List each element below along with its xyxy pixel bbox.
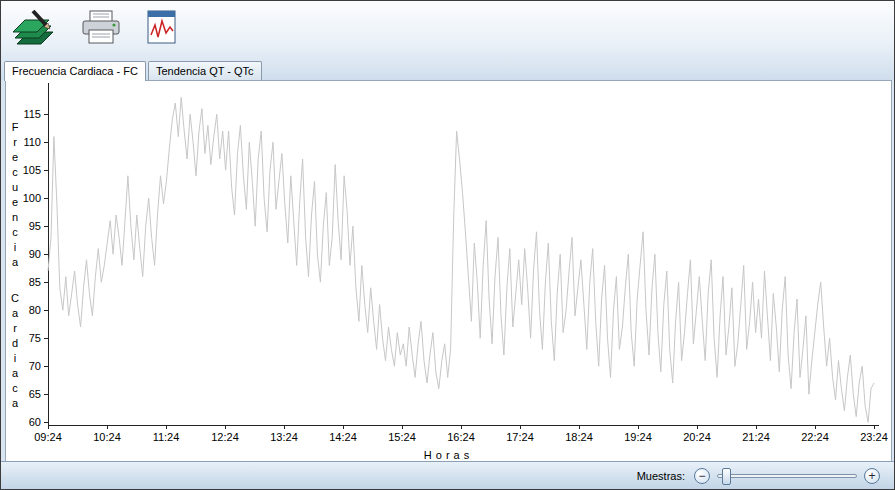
samples-increase-button[interactable]: + [864, 468, 880, 484]
svg-text:115: 115 [23, 108, 41, 120]
samples-slider-thumb[interactable] [722, 468, 731, 485]
samples-slider-track[interactable] [717, 474, 857, 478]
tab-label: Tendencia QT - QTc [156, 65, 254, 77]
svg-text:11:24: 11:24 [153, 431, 180, 443]
samples-label: Muestras: [637, 470, 685, 482]
samples-decrease-button[interactable]: − [694, 468, 710, 484]
svg-text:80: 80 [29, 304, 41, 316]
svg-text:14:24: 14:24 [329, 431, 357, 443]
svg-text:22:24: 22:24 [801, 431, 829, 443]
application-window: Frecuencia Cardiaca - FC Tendencia QT - … [0, 0, 895, 490]
trend-report-button[interactable] [143, 6, 181, 50]
svg-text:85: 85 [29, 276, 41, 288]
svg-text:100: 100 [23, 192, 41, 204]
tab-label: Frecuencia Cardiaca - FC [12, 65, 138, 77]
svg-text:65: 65 [29, 388, 41, 400]
svg-text:12:24: 12:24 [211, 431, 239, 443]
svg-text:20:24: 20:24 [683, 431, 711, 443]
svg-text:19:24: 19:24 [624, 431, 652, 443]
ecg-report-icon [11, 8, 59, 52]
svg-text:60: 60 [29, 416, 41, 428]
svg-text:10:24: 10:24 [93, 431, 121, 443]
svg-text:13:24: 13:24 [270, 431, 298, 443]
svg-text:17:24: 17:24 [506, 431, 534, 443]
header: Frecuencia Cardiaca - FC Tendencia QT - … [1, 1, 894, 80]
hr-trend-plot[interactable]: 606570758085909510010511011509:2410:2411… [6, 81, 891, 462]
print-icon [79, 8, 125, 48]
print-button[interactable] [77, 6, 127, 50]
svg-text:15:24: 15:24 [388, 431, 416, 443]
svg-text:90: 90 [29, 248, 41, 260]
tab-strip: Frecuencia Cardiaca - FC Tendencia QT - … [4, 61, 264, 81]
svg-text:21:24: 21:24 [742, 431, 770, 443]
svg-text:09:24: 09:24 [34, 431, 62, 443]
trend-report-icon [145, 8, 179, 48]
svg-text:95: 95 [29, 220, 41, 232]
toolbar [1, 1, 894, 54]
svg-text:16:24: 16:24 [447, 431, 475, 443]
svg-text:23:24: 23:24 [860, 431, 888, 443]
chart-panel: Frecuencia Cardiaca 60657075808590951001… [5, 80, 892, 463]
svg-text:18:24: 18:24 [565, 431, 593, 443]
ecg-report-button[interactable] [9, 6, 61, 54]
y-axis-title: Frecuencia Cardiaca [9, 101, 21, 431]
tab-frecuencia-cardiaca[interactable]: Frecuencia Cardiaca - FC [4, 61, 146, 81]
svg-text:70: 70 [29, 360, 41, 372]
samples-bar: Muestras: − + [1, 461, 894, 489]
svg-text:75: 75 [29, 332, 41, 344]
svg-text:110: 110 [23, 136, 41, 148]
tab-tendencia-qt[interactable]: Tendencia QT - QTc [148, 61, 262, 80]
x-axis-title: Horas [6, 449, 891, 461]
svg-text:105: 105 [23, 164, 41, 176]
